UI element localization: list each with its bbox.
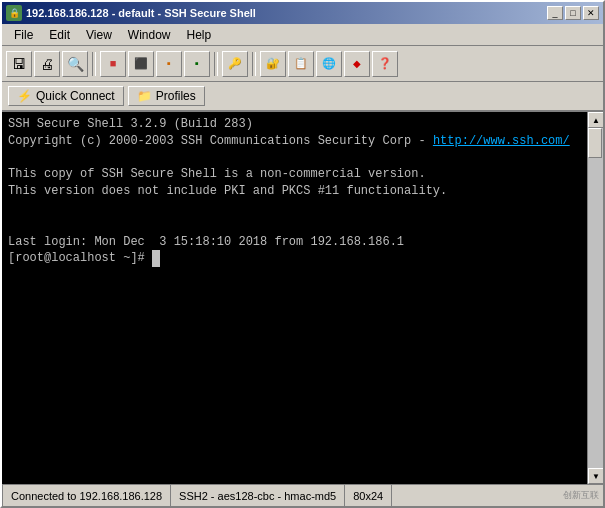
scrollbar-track[interactable]: [588, 128, 603, 468]
print-icon: 🖨: [40, 57, 54, 71]
toolbar-btn4[interactable]: ■: [100, 51, 126, 77]
watermark-text: 创新互联: [563, 489, 599, 502]
toolbar-new-button[interactable]: 🖫: [6, 51, 32, 77]
toolbar-btn7[interactable]: ▪: [184, 51, 210, 77]
btn11-icon: 🌐: [322, 58, 336, 69]
btn13-icon: ❓: [378, 58, 392, 69]
toolbar-btn13[interactable]: ❓: [372, 51, 398, 77]
find-icon: 🔍: [67, 57, 84, 71]
toolbar: 🖫 🖨 🔍 ■ ⬛ ▪ ▪ 🔑 🔐 📋: [2, 46, 603, 82]
separator-3: [252, 52, 256, 76]
quick-connect-button[interactable]: ⚡ Quick Connect: [8, 86, 124, 106]
main-window: 🔒 192.168.186.128 - default - SSH Secure…: [0, 0, 605, 508]
terminal[interactable]: SSH Secure Shell 3.2.9 (Build 283) Copyr…: [2, 112, 587, 484]
btn8-icon: 🔑: [228, 58, 242, 69]
toolbar-btn9[interactable]: 🔐: [260, 51, 286, 77]
menu-bar: File Edit View Window Help: [2, 24, 603, 46]
btn9-icon: 🔐: [266, 58, 280, 69]
btn6-icon: ▪: [167, 58, 171, 69]
toolbar-print-button[interactable]: 🖨: [34, 51, 60, 77]
status-encryption: SSH2 - aes128-cbc - hmac-md5: [171, 485, 345, 506]
terminal-cursor: [152, 250, 160, 267]
menu-file[interactable]: File: [6, 26, 41, 44]
menu-window[interactable]: Window: [120, 26, 179, 44]
toolbar-find-button[interactable]: 🔍: [62, 51, 88, 77]
window-title: 192.168.186.128 - default - SSH Secure S…: [26, 7, 256, 19]
status-dimensions: 80x24: [345, 485, 392, 506]
terminal-link[interactable]: http://www.ssh.com/: [433, 134, 570, 148]
scrollbar-thumb[interactable]: [588, 128, 602, 158]
title-bar-buttons: _ □ ✕: [547, 6, 599, 20]
app-icon: 🔒: [6, 5, 22, 21]
encryption-text: SSH2 - aes128-cbc - hmac-md5: [179, 490, 336, 502]
title-bar: 🔒 192.168.186.128 - default - SSH Secure…: [2, 2, 603, 24]
status-logo: 创新互联: [559, 489, 603, 502]
menu-view[interactable]: View: [78, 26, 120, 44]
minimize-button[interactable]: _: [547, 6, 563, 20]
menu-help[interactable]: Help: [179, 26, 220, 44]
terminal-line5: This version does not include PKI and PK…: [8, 184, 447, 198]
profiles-icon: 📁: [137, 89, 152, 103]
terminal-line1: SSH Secure Shell 3.2.9 (Build 283): [8, 117, 253, 131]
title-bar-left: 🔒 192.168.186.128 - default - SSH Secure…: [6, 5, 256, 21]
terminal-line9: [root@localhost ~]#: [8, 251, 160, 265]
status-connected: Connected to 192.168.186.128: [2, 485, 171, 506]
terminal-line8: Last login: Mon Dec 3 15:18:10 2018 from…: [8, 235, 404, 249]
toolbar-btn8[interactable]: 🔑: [222, 51, 248, 77]
scrollbar-down-button[interactable]: ▼: [588, 468, 603, 484]
toolbar-btn10[interactable]: 📋: [288, 51, 314, 77]
separator-2: [214, 52, 218, 76]
quick-connect-label: Quick Connect: [36, 89, 115, 103]
quickconnect-bar: ⚡ Quick Connect 📁 Profiles: [2, 82, 603, 112]
toolbar-btn12[interactable]: ◆: [344, 51, 370, 77]
profiles-label: Profiles: [156, 89, 196, 103]
toolbar-btn11[interactable]: 🌐: [316, 51, 342, 77]
terminal-line4: This copy of SSH Secure Shell is a non-c…: [8, 167, 426, 181]
btn5-icon: ⬛: [134, 58, 148, 69]
new-icon: 🖫: [12, 57, 26, 71]
btn10-icon: 📋: [294, 58, 308, 69]
menu-edit[interactable]: Edit: [41, 26, 78, 44]
quick-connect-icon: ⚡: [17, 89, 32, 103]
status-bar: Connected to 192.168.186.128 SSH2 - aes1…: [2, 484, 603, 506]
maximize-button[interactable]: □: [565, 6, 581, 20]
btn7-icon: ▪: [195, 58, 199, 69]
btn4-icon: ■: [110, 58, 117, 69]
toolbar-btn6[interactable]: ▪: [156, 51, 182, 77]
btn12-icon: ◆: [353, 59, 361, 69]
terminal-line2: Copyright (c) 2000-2003 SSH Communicatio…: [8, 134, 570, 148]
connected-text: Connected to 192.168.186.128: [11, 490, 162, 502]
profiles-button[interactable]: 📁 Profiles: [128, 86, 205, 106]
terminal-container: SSH Secure Shell 3.2.9 (Build 283) Copyr…: [2, 112, 603, 484]
dimensions-text: 80x24: [353, 490, 383, 502]
scrollbar-up-button[interactable]: ▲: [588, 112, 603, 128]
scrollbar[interactable]: ▲ ▼: [587, 112, 603, 484]
toolbar-btn5[interactable]: ⬛: [128, 51, 154, 77]
close-button[interactable]: ✕: [583, 6, 599, 20]
separator-1: [92, 52, 96, 76]
